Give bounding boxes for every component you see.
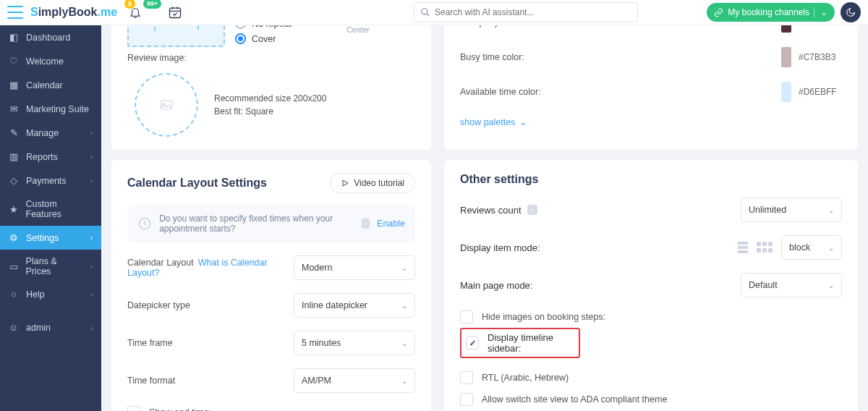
chevron-right-icon: ›: [90, 291, 93, 299]
svg-point-1: [422, 9, 427, 14]
booking-channels-button[interactable]: My booking channels ⌄: [707, 3, 835, 22]
gear-icon: ⚙: [9, 232, 19, 243]
checkbox[interactable]: [466, 336, 479, 349]
color-swatch[interactable]: [781, 47, 791, 67]
sidebar-item-help[interactable]: ○Help›: [0, 283, 101, 306]
chart-icon: ▥: [9, 151, 19, 162]
recommended-size-text: Recommended size 200x200 Best fit: Squar…: [214, 92, 326, 118]
reviews-count-select[interactable]: Unlimited⌄: [741, 198, 842, 222]
night-mode-toggle[interactable]: [841, 2, 861, 22]
reviews-count-label: Reviews count: [460, 205, 522, 216]
color-swatch[interactable]: [781, 82, 791, 102]
svg-marker-4: [343, 180, 348, 186]
fixed-times-banner: Do you want to specify fixed times when …: [127, 205, 415, 242]
time-format-select[interactable]: AM/PM⌄: [294, 368, 415, 393]
chevron-down-icon: ⌄: [401, 339, 407, 347]
list-view-toggle[interactable]: [736, 239, 749, 256]
checkbox[interactable]: [460, 393, 473, 406]
sidebar-item-marketing[interactable]: ✉Marketing Suite: [0, 97, 101, 121]
sidebar-item-payments[interactable]: ◇Payments›: [0, 169, 101, 192]
card-icon: ▭: [9, 261, 19, 272]
sidebar-item-custom-features[interactable]: ★Custom Features: [0, 192, 101, 226]
sidebar-nav: ◧Dashboard ♡Welcome ▦Calendar ✉Marketing…: [0, 25, 101, 411]
ada-row[interactable]: Allow switch site view to ADA compliant …: [460, 393, 842, 406]
display-item-mode-label: Display item mode:: [460, 242, 540, 253]
datepicker-type-label: Datepicker type: [127, 300, 294, 310]
sidebar-item-welcome[interactable]: ♡Welcome: [0, 49, 101, 73]
chevron-down-icon: ⌄: [828, 281, 834, 289]
grid-view-toggle[interactable]: [755, 239, 774, 256]
color-hex: #D6EBFF: [799, 87, 842, 97]
payment-icon: ◇: [9, 175, 19, 186]
clock-icon: [137, 214, 152, 233]
show-end-time-row[interactable]: Show end time:: [127, 406, 415, 411]
play-icon: [341, 179, 349, 187]
upload-review-image[interactable]: [135, 73, 198, 137]
calendar-layout-label: Calendar LayoutWhat is Calendar Layout?: [127, 258, 294, 278]
rtl-row[interactable]: RTL (Arabic, Hebrew): [460, 371, 842, 384]
display-item-mode-select[interactable]: block⌄: [781, 235, 842, 260]
notifications[interactable]: $ 99+: [129, 6, 142, 19]
chevron-right-icon: ›: [90, 263, 93, 271]
sidebar-item-dashboard[interactable]: ◧Dashboard: [0, 25, 101, 49]
datepicker-type-select[interactable]: Inline datepicker⌄: [294, 293, 415, 318]
chevron-down-icon: ⌄: [401, 377, 407, 385]
bulb-icon: ♡: [9, 56, 19, 67]
sidebar-item-plans[interactable]: ▭Plans & Prices›: [0, 250, 101, 283]
logo[interactable]: SimplyBook.me: [30, 6, 117, 19]
timeline-sidebar-highlight: Display timeline sidebar:: [460, 328, 580, 358]
video-tutorial-button[interactable]: Video tutorial: [330, 173, 415, 193]
calendar-check-icon[interactable]: [168, 5, 182, 20]
company-title-color-row: Company title color: #552F34: [460, 25, 842, 33]
bg-repeat-cover[interactable]: Cover: [235, 33, 292, 44]
sidebar-item-admin[interactable]: ☺admin›: [0, 316, 101, 339]
chevron-right-icon: ›: [90, 129, 93, 137]
bg-repeat-no-repeat[interactable]: No repeat: [235, 25, 292, 29]
hide-images-row[interactable]: Hide images on booking steps:: [460, 310, 842, 323]
info-icon[interactable]: i: [527, 205, 537, 215]
chevron-down-icon: ⌄: [828, 206, 834, 214]
badge-count: 99+: [143, 0, 161, 9]
link-icon: [714, 8, 723, 17]
color-hex: #552F34: [799, 25, 842, 27]
main-page-mode-select[interactable]: Default⌄: [741, 273, 842, 297]
chevron-right-icon: ›: [90, 234, 93, 242]
show-palettes-link[interactable]: show palettes⌄: [460, 116, 842, 127]
checkbox[interactable]: [127, 406, 140, 411]
megaphone-icon: ✉: [9, 103, 19, 114]
section-title: Other settings: [460, 173, 538, 186]
image-settings-card: No repeat Cover Center Review image: Rec…: [111, 25, 431, 150]
main-page-mode-label: Main page mode:: [460, 280, 532, 291]
topbar: SimplyBook.me $ 99+ My booking channels …: [0, 0, 868, 25]
calendar-layout-card: Calendar Layout Settings Video tutorial …: [111, 160, 431, 411]
sidebar-item-manage[interactable]: ✎Manage›: [0, 121, 101, 145]
info-icon[interactable]: i: [362, 219, 370, 229]
sidebar-item-reports[interactable]: ▥Reports›: [0, 145, 101, 169]
sidebar-item-calendar[interactable]: ▦Calendar: [0, 73, 101, 97]
time-frame-label: Time frame: [127, 338, 294, 348]
calendar-layout-select[interactable]: Modern⌄: [294, 255, 415, 280]
enable-link[interactable]: Enable: [377, 219, 405, 229]
section-title: Calendar Layout Settings: [127, 177, 267, 190]
chevron-right-icon: ›: [90, 153, 93, 161]
color-swatch[interactable]: [781, 25, 791, 33]
star-icon: ★: [9, 204, 19, 215]
time-frame-select[interactable]: 5 minutes⌄: [294, 331, 415, 355]
search-input[interactable]: [435, 7, 631, 17]
chevron-down-icon: ⌄: [401, 264, 407, 272]
checkbox[interactable]: [460, 310, 473, 323]
hamburger-menu[interactable]: [7, 6, 23, 19]
chevron-down-icon: ⌄: [401, 302, 407, 310]
search-icon: [420, 7, 430, 17]
time-format-label: Time format: [127, 376, 294, 386]
upload-image-box[interactable]: [127, 25, 225, 47]
calendar-icon: ▦: [9, 80, 19, 90]
sidebar-item-settings[interactable]: ⚙Settings›: [0, 226, 101, 250]
other-settings-card: Other settings Reviews count i Unlimited…: [444, 160, 858, 411]
colors-card: Company title color: #552F34 Busy time c…: [444, 25, 858, 150]
dashboard-icon: ◧: [9, 32, 19, 43]
checkbox[interactable]: [460, 371, 473, 384]
search-box[interactable]: [414, 2, 638, 22]
busy-time-color-row: Busy time color: #C7B3B3: [460, 47, 842, 67]
user-icon: ☺: [9, 323, 19, 333]
